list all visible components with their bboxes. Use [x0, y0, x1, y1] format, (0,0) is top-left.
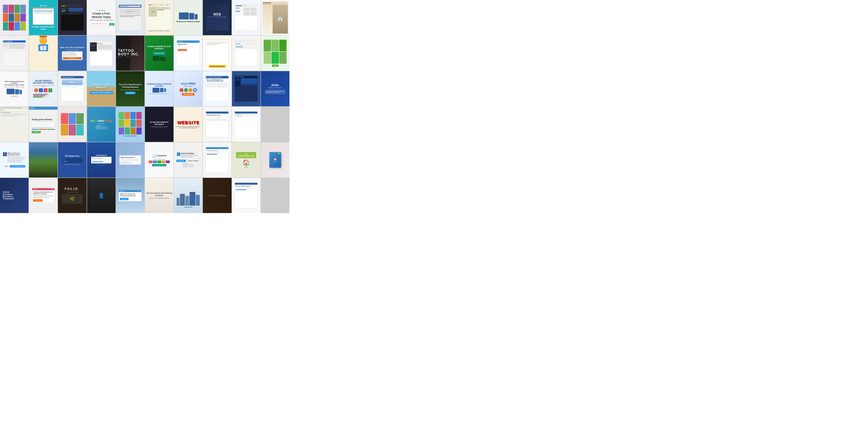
visit-site-button[interactable]: VISIT SITE	[32, 131, 41, 133]
passion-cta-r3[interactable]: Get Started	[125, 92, 135, 94]
ninety-second-label: 90 SECOND WEBSITE BUILDER 8	[147, 121, 172, 126]
search-button[interactable]: Go	[109, 23, 115, 26]
skip-button[interactable]: Skip	[3, 165, 9, 167]
hello-prince-label: Hello Prince de la V	[121, 157, 140, 158]
tile-jimdo-reasons[interactable]: jimdo Simply great websites. Over 1,000 …	[29, 107, 58, 142]
mobirise-title: MOBIRISE MOBILE WEBSITE BUILDER	[147, 83, 172, 87]
tile-free-website-builder-box[interactable]: FREE WEBSITE BUILDER 🏠 free	[232, 142, 260, 177]
pc-cleaner-title: PC Cleaner Pro	[65, 155, 80, 157]
new-wb-sub: Loren ipsum dolor sit	[96, 164, 107, 165]
passion-r6-sub: It Starts with a Beautiful Welcome	[149, 197, 169, 199]
tile-multi-device[interactable]: Responsive Website Design	[174, 0, 203, 35]
tile-turn-passion-r3[interactable]: Turn Your Passion into a Thriving Busine…	[116, 71, 145, 106]
tile-folio[interactable]: FOLIO. Portfolio website builder 🌿	[58, 178, 87, 213]
preview-website-button[interactable]: Preview website.com	[209, 65, 225, 68]
dark-professional-sub: Professional Website Builder	[209, 16, 226, 18]
tile-new-website-builder[interactable]: NEW WEBSITE Mobile Configuration Loren i…	[87, 142, 116, 177]
tile-sitejam[interactable]: SITE JAM A simple, powerful website crea…	[29, 0, 58, 35]
tile-colorful-blocks[interactable]: Free website builder	[116, 107, 145, 142]
tile-responsive-design[interactable]: Logo Option 1 Option 2 Image Responsive …	[145, 0, 174, 35]
tile-category-sidebar[interactable]: Categories	[232, 36, 260, 71]
tile-builder-tool[interactable]	[232, 107, 260, 142]
tile-category-layout[interactable]: Category	[232, 0, 260, 35]
tattoo-title: TATTOO BODY INC.	[118, 49, 143, 56]
setup-facebook-shop-button[interactable]: Setup Facebook Shop	[10, 165, 25, 167]
jimdo-tagline: Simply great websites.	[268, 87, 282, 88]
tile-ecommerce[interactable]: Small Business Website Builder SELL YOUR…	[203, 71, 231, 106]
responsive-subtitle: Responsive for Desktops & Tablets	[149, 30, 170, 31]
tile-jimdo-blue[interactable]: jimdo Simply great websites.	[261, 71, 289, 106]
tile-90-second[interactable]: 90 SECOND WEBSITE BUILDER 8 Professional…	[145, 107, 174, 142]
create-professional-btn[interactable]: Get Started	[33, 199, 42, 202]
tile-welcome-back[interactable]: website ●●● Welcome back Marci GET START…	[174, 36, 203, 71]
phone-number: Call 1-800-805-0920	[66, 49, 79, 51]
select-template-button[interactable]: Select	[272, 65, 279, 67]
create-free-beach-button[interactable]: CREATE A FREE WEBSITE	[90, 91, 113, 94]
tile-website-templates[interactable]	[0, 0, 29, 35]
free-trial-button[interactable]: Get free trial	[153, 52, 166, 55]
facebook-shop-desc: We can publish your products into your p…	[8, 156, 26, 163]
tile-business-man[interactable]: 👔 Professional Website Builder	[261, 0, 289, 35]
tile-facebook-shop[interactable]: f Why not set up a Facebook Shop? We can…	[0, 142, 29, 177]
moonfruit-cta[interactable]: Hello Prince de la V	[152, 164, 166, 166]
tile-green-templates[interactable]: Select	[261, 36, 289, 71]
facebook-shop-title: Why not set up a Facebook Shop?	[8, 152, 26, 156]
free-designer-label: FREE Designer Business Templates	[3, 191, 26, 200]
tile-template-gallery[interactable]	[58, 107, 87, 142]
tile-exceptional[interactable]: Everything You Need	[203, 107, 231, 142]
tile-ucoz[interactable]: uCoz FREE Website Builder 🎯 🌐 ⚙ 📄 GET ST…	[174, 71, 203, 106]
tile-passion-r6[interactable]: EO Your Passion into Thriving Business I…	[145, 178, 174, 213]
tile-mi-pagina[interactable]: Mi página personal Header Image	[116, 0, 145, 35]
tile-iidio[interactable]: Create a website for your business. Get …	[145, 36, 174, 71]
tile-build-responsive[interactable]: Build amazing responsive websiteswith ab…	[0, 71, 29, 106]
tile-create-professional[interactable]: ● BETA NEW Create a professional, free w…	[29, 178, 58, 213]
tile-create-free-website[interactable]: ✦ neosites Create a Free Website Today S…	[87, 0, 116, 35]
online-builder-sub: Comparing and reviewing the best website…	[31, 85, 56, 87]
tile-wix-interface[interactable]: Wix Wix Fuse	[87, 36, 116, 71]
tile-pc-cleaner[interactable]: PC Cleaner Pro 24/7 Support Professional…	[58, 142, 87, 177]
tile-make-own-website[interactable]: Make Your Own Free Website Call 1-800-80…	[58, 36, 87, 71]
tile-online-builder-software[interactable]: ONLINE WEBSITE BUILDER SOFTWARE Comparin…	[29, 71, 58, 106]
tile-yolabuilder[interactable]: YOLA BUILDER	[0, 36, 29, 71]
tile-dashboard-last[interactable]: Website Builder Dashboard	[232, 178, 260, 213]
tile-moonfruit[interactable]: moonfruit Click a design. It's free. Hel…	[145, 142, 174, 177]
start-today-sub: GoStartToday	[98, 123, 105, 124]
sitejam-logo: SITE JAM	[40, 5, 47, 7]
tile-website-red[interactable]: WEBSITE EVERYTHING YOU NEED TO CREATE AN…	[174, 107, 203, 142]
tile-landscape-photo[interactable]	[29, 142, 58, 177]
tile-start-today[interactable]: GoGoStartToday GoStartToday	[87, 107, 116, 142]
ucoz-sub: Website Builder	[183, 86, 193, 87]
passion-sub-r3: It Starts with a Beautiful Website	[121, 89, 140, 91]
tile-dark-person[interactable]: 👤	[87, 178, 116, 213]
tile-tattoo-dark[interactable]: TATTOO BODY INC. BODY INC.	[116, 36, 145, 71]
tile-build-own-free[interactable]: website ● ● ● Build Your Own Free Profes…	[116, 178, 145, 213]
pc-cleaner-sub: Professional technical support	[64, 164, 80, 165]
get-started-btn[interactable]: GET STARTED	[178, 49, 187, 51]
domain-search-input[interactable]	[90, 22, 109, 26]
tile-company-home[interactable]: Your Company Home Banner	[58, 71, 87, 106]
tile-dark-moody[interactable]: Architectural Photography	[203, 178, 231, 213]
tile-create-free-beach[interactable]: CREATE A FREE WEBSITE CREATE A FREE WEBS…	[87, 71, 116, 106]
tile-preview-website[interactable]: Preview website.com	[203, 36, 231, 71]
tile-construction-mascot[interactable]: YOURWEBSITE	[29, 36, 58, 71]
quick-tour-button[interactable]: QUICK TOUR	[177, 160, 186, 162]
create-free-website-title: Create a Free Website Today	[89, 12, 114, 19]
tile-dark-editor[interactable]	[58, 0, 87, 35]
iidio-label: Create a website for your business.	[147, 45, 172, 50]
website-red-label: WEBSITE	[177, 120, 199, 125]
tile-free-designer[interactable]: FREE Designer Business Templates	[0, 178, 29, 213]
new-wb-label: NEW WEBSITE	[96, 154, 107, 156]
tile-builder-tool-2[interactable]: Professional solutions	[203, 142, 231, 177]
tile-dark-professional[interactable]: WEB Professional Website Builder	[203, 0, 231, 35]
tile-hello-prince[interactable]: Hello Prince de la V Content goes here..…	[116, 142, 145, 177]
tile-builder-interface[interactable]	[232, 71, 260, 106]
colorful-label: Free website builder	[124, 135, 137, 137]
build-own-btn[interactable]: Start Now	[120, 198, 128, 200]
ucoz-get-started[interactable]: GET STARTED	[182, 93, 195, 96]
tile-software-box[interactable]: 🏠 builder free	[261, 142, 289, 177]
tile-website-builder-overview[interactable]: 🌐 Website Builder Get online. Grow your …	[174, 142, 203, 177]
tile-engineering[interactable]: Engineering	[174, 178, 203, 213]
tile-mobirise[interactable]: MOBIRISE MOBILE WEBSITE BUILDER Free for…	[145, 71, 174, 106]
tile-html-toolbar[interactable]: Edit View Insert Format B I U ≡ ≡ HTML C…	[0, 107, 29, 142]
product-overview-button[interactable]: PRODUCT OVERVIEW	[187, 160, 200, 162]
